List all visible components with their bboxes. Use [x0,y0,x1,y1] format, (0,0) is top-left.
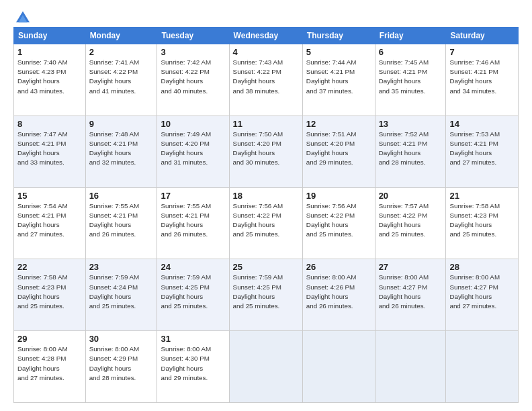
day-number: 28 [449,262,515,272]
day-info: Sunrise: 7:49 AMSunset: 4:20 PMDaylight … [161,130,211,167]
day-number: 31 [161,334,225,344]
calendar-cell: 20Sunrise: 7:57 AMSunset: 4:22 PMDayligh… [375,187,446,259]
calendar-cell: 1Sunrise: 7:40 AMSunset: 4:23 PMDaylight… [14,44,86,116]
day-number: 17 [161,191,225,201]
calendar-cell: 8Sunrise: 7:47 AMSunset: 4:21 PMDaylight… [14,116,86,187]
day-info: Sunrise: 7:52 AMSunset: 4:21 PMDaylight … [379,130,429,167]
day-number: 20 [379,191,443,201]
calendar-cell: 3Sunrise: 7:42 AMSunset: 4:22 PMDaylight… [157,44,229,116]
day-number: 19 [306,191,371,201]
calendar-header-thursday: Thursday [302,28,375,44]
day-info: Sunrise: 8:00 AMSunset: 4:29 PMDaylight … [89,345,140,381]
calendar-cell: 27Sunrise: 8:00 AMSunset: 4:27 PMDayligh… [375,259,446,331]
day-info: Sunrise: 7:58 AMSunset: 4:23 PMDaylight … [449,202,500,238]
day-info: Sunrise: 7:46 AMSunset: 4:21 PMDaylight … [449,58,500,95]
day-info: Sunrise: 7:41 AMSunset: 4:22 PMDaylight … [89,58,140,95]
calendar-cell: 26Sunrise: 8:00 AMSunset: 4:26 PMDayligh… [302,259,375,331]
day-info: Sunrise: 7:59 AMSunset: 4:25 PMDaylight … [233,273,283,310]
calendar-cell: 30Sunrise: 8:00 AMSunset: 4:29 PMDayligh… [85,331,157,403]
calendar-cell [302,331,375,403]
day-info: Sunrise: 8:00 AMSunset: 4:30 PMDaylight … [161,345,211,381]
day-info: Sunrise: 7:56 AMSunset: 4:22 PMDaylight … [233,202,283,238]
calendar-cell: 19Sunrise: 7:56 AMSunset: 4:22 PMDayligh… [302,187,375,259]
day-number: 4 [233,47,299,57]
day-info: Sunrise: 8:00 AMSunset: 4:26 PMDaylight … [306,273,357,310]
calendar-cell: 23Sunrise: 7:59 AMSunset: 4:24 PMDayligh… [85,259,157,331]
calendar-cell: 15Sunrise: 7:54 AMSunset: 4:21 PMDayligh… [14,187,86,259]
day-info: Sunrise: 7:53 AMSunset: 4:21 PMDaylight … [449,130,500,167]
day-info: Sunrise: 8:00 AMSunset: 4:27 PMDaylight … [379,273,429,310]
calendar-header-row: SundayMondayTuesdayWednesdayThursdayFrid… [14,28,519,44]
day-info: Sunrise: 7:56 AMSunset: 4:22 PMDaylight … [306,202,357,238]
calendar-cell: 16Sunrise: 7:55 AMSunset: 4:21 PMDayligh… [85,187,157,259]
calendar-cell: 11Sunrise: 7:50 AMSunset: 4:20 PMDayligh… [229,116,302,187]
calendar-header-tuesday: Tuesday [157,28,229,44]
calendar-cell: 10Sunrise: 7:49 AMSunset: 4:20 PMDayligh… [157,116,229,187]
day-info: Sunrise: 7:45 AMSunset: 4:21 PMDaylight … [379,58,429,95]
calendar-cell: 18Sunrise: 7:56 AMSunset: 4:22 PMDayligh… [229,187,302,259]
day-number: 9 [89,119,154,129]
calendar-header-friday: Friday [375,28,446,44]
calendar-week-2: 8Sunrise: 7:47 AMSunset: 4:21 PMDaylight… [14,116,519,187]
day-number: 25 [233,262,299,272]
calendar-cell: 25Sunrise: 7:59 AMSunset: 4:25 PMDayligh… [229,259,302,331]
day-number: 18 [233,191,299,201]
day-number: 12 [306,119,371,129]
day-info: Sunrise: 7:42 AMSunset: 4:22 PMDaylight … [161,58,211,95]
day-info: Sunrise: 7:59 AMSunset: 4:25 PMDaylight … [161,273,211,310]
calendar-header-wednesday: Wednesday [229,28,302,44]
day-number: 14 [449,119,515,129]
day-number: 2 [89,47,154,57]
calendar-cell: 9Sunrise: 7:48 AMSunset: 4:21 PMDaylight… [85,116,157,187]
day-info: Sunrise: 7:59 AMSunset: 4:24 PMDaylight … [89,273,140,310]
calendar-cell: 17Sunrise: 7:55 AMSunset: 4:21 PMDayligh… [157,187,229,259]
day-info: Sunrise: 7:47 AMSunset: 4:21 PMDaylight … [17,130,68,167]
day-number: 15 [17,191,82,201]
calendar-cell: 6Sunrise: 7:45 AMSunset: 4:21 PMDaylight… [375,44,446,116]
day-info: Sunrise: 8:00 AMSunset: 4:28 PMDaylight … [17,345,68,381]
day-number: 21 [449,191,515,201]
day-info: Sunrise: 7:44 AMSunset: 4:21 PMDaylight … [306,58,357,95]
calendar-header-monday: Monday [85,28,157,44]
calendar-cell: 29Sunrise: 8:00 AMSunset: 4:28 PMDayligh… [14,331,86,403]
calendar-week-1: 1Sunrise: 7:40 AMSunset: 4:23 PMDaylight… [14,44,519,116]
day-number: 30 [89,334,154,344]
calendar-week-5: 29Sunrise: 8:00 AMSunset: 4:28 PMDayligh… [14,331,519,403]
day-number: 29 [17,334,82,344]
calendar-cell [375,331,446,403]
day-number: 3 [161,47,225,57]
logo [13,11,30,21]
day-number: 7 [449,47,515,57]
day-info: Sunrise: 7:48 AMSunset: 4:21 PMDaylight … [89,130,140,167]
day-number: 26 [306,262,371,272]
day-info: Sunrise: 7:40 AMSunset: 4:23 PMDaylight … [17,58,68,95]
calendar-cell: 21Sunrise: 7:58 AMSunset: 4:23 PMDayligh… [446,187,519,259]
calendar-table: SundayMondayTuesdayWednesdayThursdayFrid… [13,27,519,403]
calendar-cell [446,331,519,403]
day-number: 10 [161,119,225,129]
day-number: 5 [306,47,371,57]
day-number: 24 [161,262,225,272]
day-info: Sunrise: 7:51 AMSunset: 4:20 PMDaylight … [306,130,357,167]
day-number: 27 [379,262,443,272]
calendar-cell: 28Sunrise: 8:00 AMSunset: 4:27 PMDayligh… [446,259,519,331]
day-number: 1 [17,47,82,57]
day-info: Sunrise: 7:55 AMSunset: 4:21 PMDaylight … [89,202,140,238]
calendar-cell: 4Sunrise: 7:43 AMSunset: 4:22 PMDaylight… [229,44,302,116]
calendar-header-saturday: Saturday [446,28,519,44]
calendar-cell: 13Sunrise: 7:52 AMSunset: 4:21 PMDayligh… [375,116,446,187]
calendar-cell: 31Sunrise: 8:00 AMSunset: 4:30 PMDayligh… [157,331,229,403]
day-number: 13 [379,119,443,129]
calendar-cell: 12Sunrise: 7:51 AMSunset: 4:20 PMDayligh… [302,116,375,187]
day-info: Sunrise: 7:43 AMSunset: 4:22 PMDaylight … [233,58,283,95]
day-number: 16 [89,191,154,201]
calendar-cell: 5Sunrise: 7:44 AMSunset: 4:21 PMDaylight… [302,44,375,116]
calendar-cell: 24Sunrise: 7:59 AMSunset: 4:25 PMDayligh… [157,259,229,331]
page: SundayMondayTuesdayWednesdayThursdayFrid… [0,0,532,411]
day-info: Sunrise: 7:57 AMSunset: 4:22 PMDaylight … [379,202,429,238]
calendar-header-sunday: Sunday [14,28,86,44]
day-number: 23 [89,262,154,272]
calendar-cell: 7Sunrise: 7:46 AMSunset: 4:21 PMDaylight… [446,44,519,116]
calendar-cell: 22Sunrise: 7:58 AMSunset: 4:23 PMDayligh… [14,259,86,331]
calendar-cell: 14Sunrise: 7:53 AMSunset: 4:21 PMDayligh… [446,116,519,187]
